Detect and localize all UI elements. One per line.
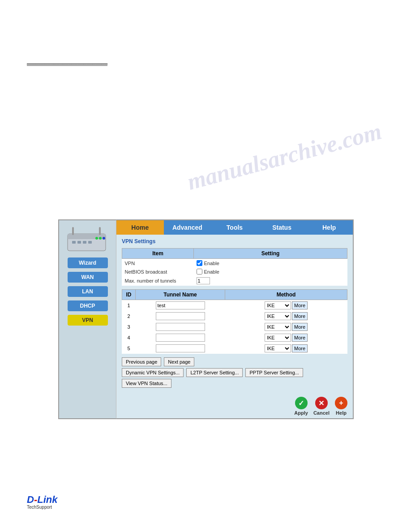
- top-underline: ___________________________: [27, 58, 107, 66]
- sidebar-vpn-button[interactable]: VPN: [68, 315, 108, 326]
- tunnel-id-3: 3: [122, 322, 136, 332]
- sidebar-lan-button[interactable]: LAN: [68, 286, 108, 297]
- apply-icon: ✓: [295, 397, 308, 409]
- nav-home[interactable]: Home: [116, 220, 164, 235]
- tunnel-id-1: 1: [122, 300, 136, 311]
- sidebar-panel: Wizard WAN LAN DHCP VPN: [58, 219, 116, 419]
- svg-point-8: [95, 237, 98, 240]
- tunnel-row: 2IKEManualMore: [122, 311, 347, 322]
- settings-table: Item Setting VPN Enable: [122, 248, 347, 286]
- vpn-row: VPN Enable: [122, 259, 347, 268]
- view-btn-row: View VPN Status...: [122, 379, 347, 388]
- tunnel-table: ID Tunnel Name Method 1IKEManualMore2IKE…: [122, 289, 347, 354]
- more-button-4[interactable]: More: [292, 334, 308, 342]
- sidebar-dhcp-button[interactable]: DHCP: [68, 300, 108, 311]
- page-btn-row: Previous page Next page: [122, 357, 347, 366]
- content-area: VPN Settings Item Setting VPN: [116, 235, 353, 393]
- svg-rect-2: [72, 227, 74, 235]
- nav-advanced[interactable]: Advanced: [164, 220, 211, 235]
- previous-page-button[interactable]: Previous page: [122, 357, 161, 366]
- nav-help[interactable]: Help: [305, 220, 353, 235]
- nav-status[interactable]: Status: [258, 220, 306, 235]
- tunnel-method-cell-2: IKEManualMore: [225, 311, 347, 322]
- dlink-logo: D-Link TechSupport: [27, 494, 57, 510]
- help-label: Help: [336, 410, 347, 416]
- tunnel-name-input-2[interactable]: [156, 312, 205, 320]
- apply-label: Apply: [294, 410, 308, 416]
- tunnel-id-5: 5: [122, 343, 136, 354]
- tunnel-name-cell-1: [136, 300, 225, 311]
- dynamic-vpn-button[interactable]: Dynamic VPN Settings...: [122, 368, 184, 377]
- view-vpn-button[interactable]: View VPN Status...: [122, 379, 171, 388]
- sidebar-wizard-button[interactable]: Wizard: [68, 257, 108, 268]
- svg-point-9: [99, 237, 102, 240]
- more-button-5[interactable]: More: [292, 344, 308, 352]
- svg-rect-6: [83, 241, 86, 244]
- setting-header: Setting: [194, 249, 347, 259]
- vpn-settings-title: VPN Settings: [122, 238, 347, 245]
- help-button[interactable]: + Help: [335, 397, 347, 416]
- svg-rect-5: [77, 241, 81, 244]
- netbios-enable-label: Enable: [204, 269, 219, 275]
- next-page-button[interactable]: Next page: [164, 357, 194, 366]
- max-tunnels-label: Max. number of tunnels: [122, 276, 194, 286]
- method-select-3[interactable]: IKEManual: [265, 323, 291, 331]
- tunnel-method-cell-3: IKEManualMore: [225, 322, 347, 332]
- method-header: Method: [225, 290, 347, 300]
- device-image: [65, 225, 110, 254]
- settings-btn-row: Dynamic VPN Settings... L2TP Server Sett…: [122, 368, 347, 377]
- help-icon: +: [335, 397, 347, 409]
- tunnel-name-input-5[interactable]: [156, 344, 205, 352]
- method-select-2[interactable]: IKEManual: [265, 312, 291, 320]
- netbios-row: NetBIOS broadcast Enable: [122, 267, 347, 276]
- method-select-1[interactable]: IKEManual: [265, 301, 291, 309]
- tunnel-name-input-1[interactable]: [156, 301, 205, 309]
- action-row: ✓ Apply ✕ Cancel + Help: [116, 393, 353, 418]
- tunnel-id-4: 4: [122, 332, 136, 343]
- tunnel-name-cell-4: [136, 332, 225, 343]
- netbios-checkbox[interactable]: [197, 269, 202, 275]
- dlink-brand: D-Link: [27, 494, 57, 506]
- svg-rect-7: [88, 241, 92, 244]
- more-button-2[interactable]: More: [292, 312, 308, 320]
- cancel-icon: ✕: [315, 397, 328, 409]
- more-button-3[interactable]: More: [292, 323, 308, 331]
- max-tunnels-row: Max. number of tunnels: [122, 276, 347, 286]
- more-button-1[interactable]: More: [292, 301, 308, 309]
- l2tp-button[interactable]: L2TP Server Setting...: [186, 368, 243, 377]
- cancel-button[interactable]: ✕ Cancel: [313, 397, 330, 416]
- tunnel-name-input-3[interactable]: [156, 323, 205, 331]
- sidebar-wan-button[interactable]: WAN: [68, 272, 108, 283]
- tunnel-name-cell-5: [136, 343, 225, 354]
- max-tunnels-input[interactable]: [197, 277, 210, 284]
- tunnel-row: 3IKEManualMore: [122, 322, 347, 332]
- bottom-buttons: Previous page Next page Dynamic VPN Sett…: [122, 357, 347, 388]
- apply-button[interactable]: ✓ Apply: [294, 397, 308, 416]
- tunnel-row: 5IKEManualMore: [122, 343, 347, 354]
- pptp-button[interactable]: PPTP Server Setting...: [245, 368, 303, 377]
- tunnel-method-cell-5: IKEManualMore: [225, 343, 347, 354]
- tunnel-name-header: Tunnel Name: [136, 290, 225, 300]
- svg-point-10: [103, 237, 105, 240]
- nav-tools[interactable]: Tools: [211, 220, 258, 235]
- watermark: manualsarchive.com: [184, 118, 384, 195]
- vpn-checkbox[interactable]: [197, 260, 202, 266]
- vpn-label: VPN: [122, 259, 194, 268]
- netbios-setting: Enable: [194, 267, 347, 276]
- svg-rect-4: [72, 241, 76, 244]
- tunnel-id-2: 2: [122, 311, 136, 322]
- tunnel-name-cell-3: [136, 322, 225, 332]
- method-select-4[interactable]: IKEManual: [265, 334, 291, 342]
- tunnel-name-cell-2: [136, 311, 225, 322]
- tunnel-method-cell-1: IKEManualMore: [225, 300, 347, 311]
- svg-rect-3: [99, 227, 101, 235]
- id-header: ID: [122, 290, 136, 300]
- main-panel: Home Advanced Tools Status Help VPN Sett…: [116, 219, 354, 419]
- tunnel-row: 4IKEManualMore: [122, 332, 347, 343]
- tunnel-method-cell-4: IKEManualMore: [225, 332, 347, 343]
- router-panel: Wizard WAN LAN DHCP VPN Home Advanced To…: [58, 219, 354, 419]
- tunnel-name-input-4[interactable]: [156, 334, 205, 342]
- nav-bar: Home Advanced Tools Status Help: [116, 220, 353, 235]
- netbios-label: NetBIOS broadcast: [122, 267, 194, 276]
- method-select-5[interactable]: IKEManual: [265, 344, 291, 352]
